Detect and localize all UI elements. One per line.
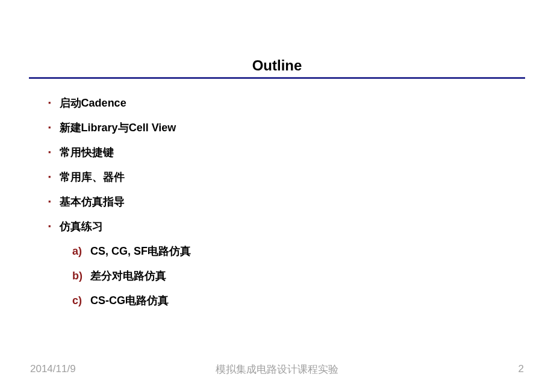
sub-letter: c) [72,294,86,307]
bullet-text: 常用库、器件 [60,170,125,184]
bullet-item: ▪ 常用快捷键 [48,145,554,160]
sub-letter: b) [72,270,86,282]
sub-item: b) 差分对电路仿真 [72,269,554,283]
sub-letter: a) [72,245,86,258]
bullet-icon: ▪ [48,172,51,181]
footer-date: 2014/11/9 [30,363,76,375]
bullet-icon: ▪ [48,98,51,107]
bullet-item: ▪ 仿真练习 [48,219,554,234]
sub-text: CS, CG, SF电路仿真 [90,244,191,258]
sub-list: a) CS, CG, SF电路仿真 b) 差分对电路仿真 c) CS-CG电路仿… [72,244,554,308]
title-underline [29,77,525,79]
bullet-icon: ▪ [48,197,51,206]
sub-text: 差分对电路仿真 [90,269,166,283]
bullet-text: 基本仿真指导 [60,194,125,209]
bullet-text: 仿真练习 [60,219,103,234]
footer: 2014/11/9 模拟集成电路设计课程实验 2 [0,363,554,375]
bullet-item: ▪ 常用库、器件 [48,170,554,184]
slide-title: Outline [0,57,554,74]
bullet-icon: ▪ [48,222,51,231]
bullet-icon: ▪ [48,148,51,157]
bullet-icon: ▪ [48,123,51,132]
bullet-text: 启动Cadence [60,96,126,110]
content-area: ▪ 启动Cadence ▪ 新建Library与Cell View ▪ 常用快捷… [48,96,554,308]
footer-page: 2 [518,363,524,375]
sub-item: c) CS-CG电路仿真 [72,293,554,308]
sub-text: CS-CG电路仿真 [90,293,169,308]
bullet-item: ▪ 基本仿真指导 [48,194,554,209]
bullet-text: 新建Library与Cell View [60,120,176,135]
sub-item: a) CS, CG, SF电路仿真 [72,244,554,258]
footer-center: 模拟集成电路设计课程实验 [216,362,338,376]
bullet-item: ▪ 新建Library与Cell View [48,120,554,135]
bullet-item: ▪ 启动Cadence [48,96,554,110]
bullet-text: 常用快捷键 [60,145,114,160]
